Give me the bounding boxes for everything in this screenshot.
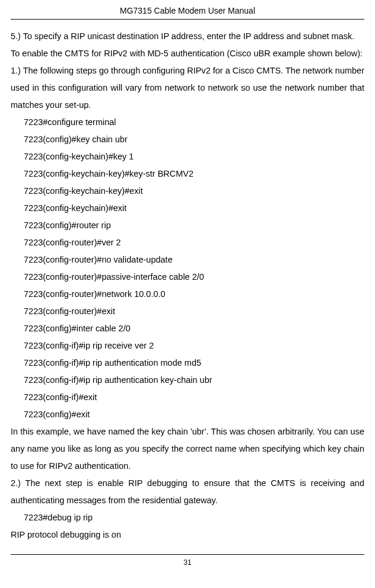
page-number: 31 [11,554,364,567]
document-page: MG7315 Cable Modem User Manual 5.) To sp… [0,0,375,579]
terminal-line: 7223(config)#exit [24,406,364,423]
terminal-block-1: 7223#configure terminal 7223(config)#key… [11,114,364,423]
terminal-line: 7223(config-keychain)#key 1 [24,148,364,165]
terminal-line: 7223(config-router)#exit [24,303,364,320]
document-body: 5.) To specify a RIP unicast destination… [11,28,364,544]
terminal-line: 7223(config-router)#no validate-update [24,251,364,269]
terminal-line: 7223(config-if)#ip rip authentication mo… [24,354,364,372]
terminal-line: 7223(config)#router rip [24,217,364,234]
paragraph-enable-cmts: To enable the CMTS for RIPv2 with MD-5 a… [11,45,364,62]
terminal-line: 7223(config-keychain)#exit [24,200,364,217]
terminal-line: 7223(config-router)#network 10.0.0.0 [24,286,364,303]
terminal-line: 7223(config-if)#ip rip authentication ke… [24,372,364,389]
terminal-line: 7223(config)#key chain ubr [24,131,364,148]
terminal-line: 7223#debug ip rip [24,509,364,526]
paragraph-step1: 1.) The following steps go through confi… [11,62,364,114]
terminal-line: 7223(config-keychain-key)#key-str BRCMV2 [24,165,364,183]
terminal-line: 7223(config-router)#passive-interface ca… [24,269,364,286]
paragraph-step2: 2.) The next step is enable RIP debuggin… [11,475,364,509]
paragraph-example-note: In this example, we have named the key c… [11,423,364,475]
terminal-block-2: 7223#debug ip rip [11,509,364,526]
page-header-title: MG7315 Cable Modem User Manual [11,6,364,20]
terminal-line: 7223(config-if)#exit [24,389,364,406]
terminal-line: 7223(config-if)#ip rip receive ver 2 [24,337,364,354]
terminal-line: 7223(config)#inter cable 2/0 [24,320,364,337]
terminal-line: 7223(config-keychain-key)#exit [24,183,364,200]
terminal-line: 7223(config-router)#ver 2 [24,234,364,251]
terminal-line: 7223#configure terminal [24,114,364,131]
paragraph-step5: 5.) To specify a RIP unicast destination… [11,28,364,45]
paragraph-rip-debug-on: RIP protocol debugging is on [11,526,364,544]
